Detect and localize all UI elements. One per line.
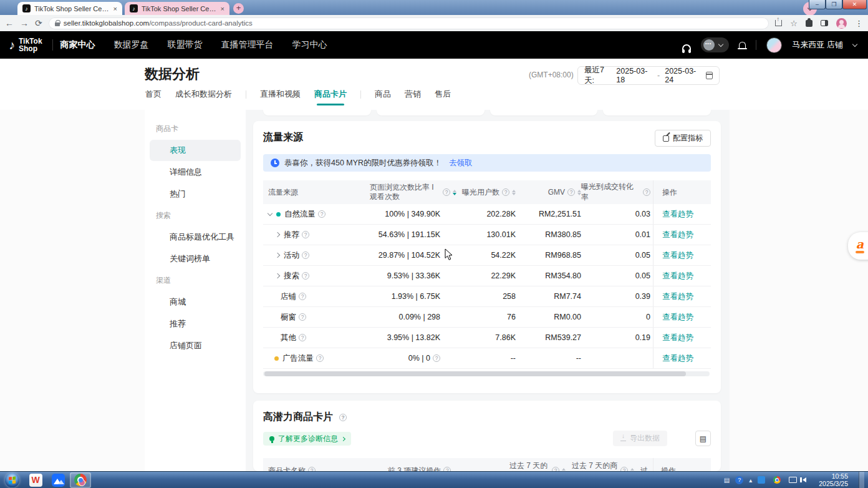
tab-售后[interactable]: 售后 [435, 89, 451, 105]
view-trend-link[interactable]: 查看趋势 [662, 209, 693, 220]
show-desktop-button[interactable] [859, 472, 864, 488]
tab-直播和视频[interactable]: 直播和视频 [260, 89, 301, 105]
info-icon[interactable]: ? [299, 313, 306, 321]
sidebar-item-推荐[interactable]: 推荐 [150, 313, 241, 334]
view-trend-link[interactable]: 查看趋势 [662, 250, 693, 261]
view-trend-link[interactable]: 查看趋势 [662, 291, 693, 302]
store-name[interactable]: 马来西亚 店铺 [792, 39, 843, 51]
tab-close-icon[interactable]: × [221, 5, 224, 12]
nav-item-4[interactable]: 学习中心 [292, 39, 327, 51]
view-trend-link[interactable]: 查看趋势 [662, 230, 693, 240]
info-icon[interactable]: ? [552, 467, 559, 471]
taskbar-mountain-app[interactable] [47, 472, 69, 488]
configure-metrics-button[interactable]: 配置指标 [655, 130, 711, 147]
info-icon[interactable]: ? [567, 188, 575, 196]
expand-chevron-icon[interactable] [275, 253, 280, 258]
info-icon[interactable]: ? [299, 293, 306, 300]
close-button[interactable]: ✕ [842, 0, 867, 9]
expand-chevron-icon[interactable] [275, 232, 280, 237]
tab-营销[interactable]: 营销 [405, 89, 421, 105]
store-avatar[interactable] [766, 37, 782, 53]
new-tab-button[interactable]: + [233, 3, 244, 14]
support-headset-icon[interactable] [682, 44, 691, 50]
info-icon[interactable]: ? [643, 188, 650, 196]
sidebar-item-表现[interactable]: 表现 [150, 140, 241, 161]
tray-expand-icon[interactable]: ▴ [749, 477, 752, 484]
sidebar-item-商城[interactable]: 商城 [150, 291, 241, 313]
sidebar-item-店铺页面[interactable]: 店铺页面 [150, 335, 241, 356]
info-icon[interactable]: ? [433, 354, 440, 362]
minimize-button[interactable]: – [809, 0, 826, 9]
info-icon[interactable]: ? [299, 334, 306, 341]
sheet-icon-button[interactable]: ▤ [695, 431, 711, 446]
extensions-icon[interactable] [806, 20, 813, 27]
tab-商品[interactable]: 商品 [375, 89, 391, 105]
taskbar-clock[interactable]: 10:55 2025/3/25 [814, 472, 853, 487]
tab-首页[interactable]: 首页 [145, 89, 162, 105]
bookmark-star-icon[interactable]: ☆ [790, 19, 798, 28]
tray-app-icon[interactable] [758, 476, 765, 484]
info-icon[interactable]: ? [620, 467, 628, 471]
taskbar-wps-app[interactable]: W [25, 472, 46, 488]
tab-商品卡片[interactable]: 商品卡片 [314, 89, 347, 105]
tab-成长和数据分析[interactable]: 成长和数据分析 [175, 89, 232, 105]
info-icon[interactable]: ? [502, 188, 509, 196]
start-button[interactable] [5, 473, 19, 487]
info-icon[interactable]: ? [443, 467, 451, 471]
view-trend-link[interactable]: 查看趋势 [662, 353, 693, 364]
date-range-picker[interactable]: 最近7天: 2025-03-18 - 2025-03-24 [577, 66, 720, 85]
view-trend-link[interactable]: 查看趋势 [662, 312, 693, 323]
info-icon[interactable]: ? [308, 467, 316, 471]
chevron-down-icon[interactable] [852, 41, 857, 46]
nav-item-3[interactable]: 直播管理平台 [221, 39, 274, 51]
browser-menu-icon[interactable]: ⋮ [855, 19, 863, 28]
view-trend-link[interactable]: 查看趋势 [662, 333, 693, 343]
language-bar-icon[interactable]: ▤ [724, 477, 730, 484]
notifications-bell-icon[interactable] [739, 42, 746, 48]
refresh-icon[interactable]: ⟳ [35, 18, 42, 28]
network-icon[interactable] [789, 477, 797, 483]
collapse-chevron-icon[interactable] [268, 211, 272, 216]
nav-item-1[interactable]: 数据罗盘 [114, 39, 149, 51]
browser-tab-2[interactable]: ♪ TikTok Shop Seller Center | Cr × [125, 2, 229, 15]
diagnostics-link[interactable]: 了解更多诊断信息 [263, 432, 351, 446]
messages-pill[interactable] [701, 37, 729, 52]
floating-promo-widget[interactable]: a [848, 232, 868, 260]
export-data-button[interactable]: 导出数据 [613, 431, 667, 446]
info-icon[interactable]: ? [302, 251, 309, 259]
sidebar-item-商品标题优化工具[interactable]: 商品标题优化工具 [150, 227, 241, 248]
tray-chrome-icon[interactable] [773, 476, 781, 484]
volume-icon[interactable] [803, 477, 806, 482]
taskbar-chrome-app[interactable] [70, 472, 91, 488]
browser-tab-1[interactable]: ♪ TikTok Shop Seller Center | Cr × [17, 2, 122, 15]
share-icon[interactable] [775, 20, 782, 26]
tiktok-shop-logo[interactable]: ♪ TikTokShop [0, 37, 51, 52]
info-icon[interactable]: ? [339, 414, 347, 421]
sidebar-item-详细信息[interactable]: 详细信息 [150, 162, 241, 183]
nav-item-2[interactable]: 联盟带货 [168, 39, 203, 51]
nav-item-0[interactable]: 商家中心 [60, 39, 95, 51]
address-bar[interactable]: seller.tiktokglobalshop.com/compass/prod… [49, 17, 769, 29]
info-icon[interactable]: ? [443, 188, 450, 196]
view-trend-link[interactable]: 查看趋势 [662, 271, 693, 281]
info-icon[interactable]: ? [316, 354, 324, 362]
claim-coupon-link[interactable]: 去领取 [449, 158, 473, 168]
info-icon[interactable]: ? [302, 272, 309, 280]
back-icon[interactable]: ← [5, 18, 14, 28]
expand-chevron-icon[interactable] [275, 273, 280, 278]
horizontal-scrollbar[interactable] [263, 371, 710, 376]
sidebar-item-热门[interactable]: 热门 [150, 183, 241, 205]
info-icon[interactable]: ? [302, 231, 309, 238]
main-panel: 流量来源 配置指标 恭喜你，获得450 MYR的限时优惠券待领取！ 去领取 流量… [246, 110, 730, 471]
action-cell: 查看趋势 [653, 245, 711, 265]
scrollbar-thumb[interactable] [264, 371, 686, 376]
browser-profile-icon[interactable] [836, 18, 847, 29]
side-panel-icon[interactable] [821, 20, 828, 26]
help-tray-icon[interactable]: ? [735, 476, 743, 484]
column-label: 操作 [661, 466, 676, 472]
tab-close-icon[interactable]: × [113, 5, 117, 12]
info-icon[interactable]: ? [318, 210, 326, 218]
forward-icon[interactable]: → [20, 18, 29, 28]
sidebar-item-关键词榜单[interactable]: 关键词榜单 [150, 248, 241, 270]
maximize-button[interactable]: ❐ [826, 0, 842, 9]
